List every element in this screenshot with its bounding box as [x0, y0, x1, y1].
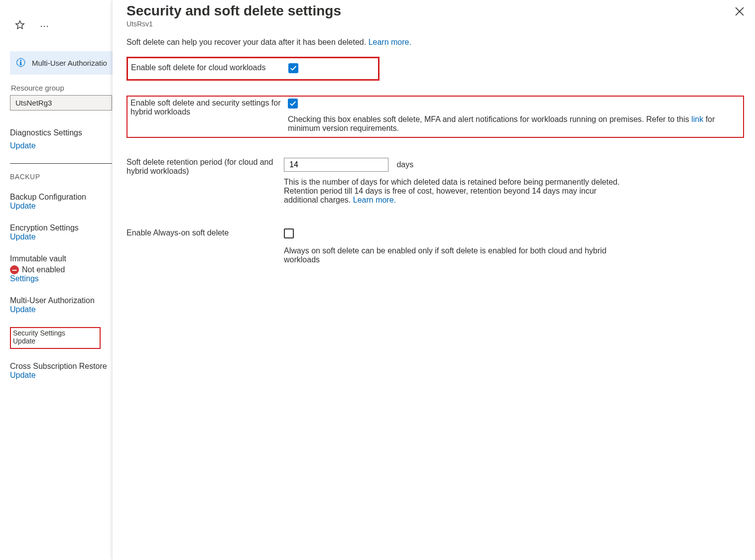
immutable-vault-title: Immutable vault [10, 254, 113, 263]
encryption-update-link[interactable]: Update [10, 232, 113, 241]
more-ellipsis-icon[interactable]: ⋯ [40, 21, 50, 30]
hybrid-desc: Checking this box enables soft delete, M… [288, 115, 740, 133]
hybrid-soft-delete-label: Enable soft delete and security settings… [130, 99, 288, 133]
cloud-soft-delete-checkbox[interactable] [288, 63, 298, 73]
always-on-desc: Always on soft delete can be enabled onl… [284, 246, 632, 264]
mua-title: Multi-User Authorization [10, 296, 113, 305]
diagnostics-settings-label: Diagnostics Settings [10, 128, 113, 137]
backup-config-title: Backup Configuration [10, 193, 113, 202]
immutable-settings-link[interactable]: Settings [10, 274, 113, 283]
panel-title: Security and soft delete settings [126, 3, 744, 19]
backup-heading: BACKUP [10, 173, 113, 181]
immutable-status: Not enabled [22, 265, 65, 274]
cross-sub-restore-title: Cross Subscription Restore [10, 362, 113, 371]
retention-desc: This is the number of days for which del… [284, 178, 632, 205]
close-button[interactable] [735, 7, 744, 17]
retention-input[interactable] [284, 158, 388, 172]
encryption-settings-title: Encryption Settings [10, 224, 113, 232]
diagnostics-update-link[interactable]: Update [10, 141, 113, 150]
mua-banner-text: Multi-User Authorizatio [32, 59, 107, 67]
always-on-checkbox[interactable] [284, 228, 294, 238]
intro-text: Soft delete can help you recover your da… [126, 38, 744, 47]
intro-learn-more-link[interactable]: Learn more. [369, 38, 411, 46]
security-settings-title: Security Settings [13, 329, 98, 337]
retention-learn-more-link[interactable]: Learn more. [353, 196, 396, 204]
resource-group-value[interactable]: UtsNetRg3 [10, 95, 112, 111]
info-icon: 🛈 [16, 57, 26, 69]
panel-subtitle: UtsRsv1 [126, 20, 744, 28]
security-update-link[interactable]: Update [13, 337, 98, 345]
mua-update-link[interactable]: Update [10, 305, 113, 314]
retention-desc-pre: This is the number of days for which del… [284, 178, 620, 204]
hybrid-desc-link[interactable]: link [691, 115, 703, 123]
cross-sub-update-link[interactable]: Update [10, 371, 113, 380]
backup-config-update-link[interactable]: Update [10, 202, 113, 211]
always-on-label: Enable Always-on soft delete [126, 228, 284, 264]
cloud-soft-delete-label: Enable soft delete for cloud workloads [131, 63, 288, 73]
retention-unit: days [396, 160, 413, 169]
mua-info-banner[interactable]: 🛈 Multi-User Authorizatio [10, 51, 113, 75]
svg-marker-0 [16, 21, 24, 29]
intro-prefix: Soft delete can help you recover your da… [126, 38, 369, 46]
favorite-star-icon[interactable] [15, 20, 25, 31]
not-enabled-icon: – [10, 265, 19, 274]
security-settings-highlight: Security Settings Update [10, 327, 101, 349]
retention-label: Soft delete retention period (for cloud … [126, 158, 284, 205]
settings-panel: Security and soft delete settings UtsRsv… [113, 0, 755, 560]
cloud-soft-delete-row-highlight: Enable soft delete for cloud workloads [126, 57, 379, 81]
hybrid-desc-pre: Checking this box enables soft delete, M… [288, 115, 691, 123]
hybrid-soft-delete-row-highlight: Enable soft delete and security settings… [126, 96, 744, 138]
hybrid-soft-delete-checkbox[interactable] [288, 99, 298, 109]
section-divider [10, 163, 112, 164]
resource-group-label: Resource group [11, 84, 113, 92]
sidebar: ⋯ 🛈 Multi-User Authorizatio Resource gro… [0, 0, 113, 560]
